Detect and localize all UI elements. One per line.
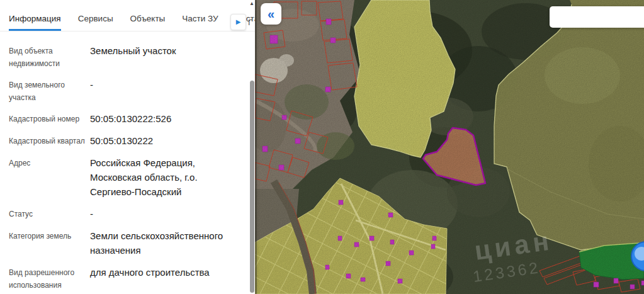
field-value: Российская Федерация, Московская область… [90,155,239,199]
panel-tabs: Информация Сервисы Объекты Части ЗУ Сост… [0,0,255,31]
field-row-permitted-use: Вид разрешенного использования для дачно… [9,265,239,291]
field-label: Адрес [9,155,86,169]
tab-services[interactable]: Сервисы [78,14,113,31]
field-label: Вид объекта недвижимости [9,43,86,70]
field-value: - [90,206,239,221]
field-row-address: Адрес Российская Федерация, Московская о… [9,155,239,199]
field-row-cadastral-number: Кадастровый номер 50:05:0130222:526 [9,111,239,126]
field-label: Кадастровый номер [9,111,86,125]
search-bar[interactable] [550,6,644,28]
map-canvas[interactable]: циан 123362 « [255,0,644,294]
field-value: - [90,77,239,92]
map-left-seam [255,0,257,294]
scrollbar-thumb[interactable] [250,81,254,293]
cadastral-map-app: циан 123362 « Информация Сервисы Объекты… [0,0,644,294]
tab-parcel-parts[interactable]: Части ЗУ [182,14,218,31]
field-label: Вид земельного участка [9,77,86,104]
field-list: Вид объекта недвижимости Земельный участ… [0,31,255,294]
field-row-parcel-kind: Вид земельного участка - [9,77,239,104]
object-info-panel: Информация Сервисы Объекты Части ЗУ Сост… [0,0,255,294]
field-row-land-category: Категория земель Земли сельскохозяйствен… [9,229,239,257]
field-value: Земли сельскохозяйственного назначения [90,229,239,257]
panel-scrollbar[interactable]: ▲ [249,0,255,294]
field-row-object-kind: Вид объекта недвижимости Земельный участ… [9,43,239,70]
field-value: 50:05:0130222 [90,133,239,148]
noise-overlay [255,0,644,294]
field-label: Статус [9,206,86,220]
field-value: 50:05:0130222:526 [90,111,239,126]
satellite-map: циан 123362 [255,0,644,294]
collapse-panel-button[interactable]: « [261,3,281,25]
field-row-status: Статус - [9,206,239,221]
tab-information[interactable]: Информация [9,14,61,31]
field-row-cadastral-quarter: Кадастровый квартал 50:05:0130222 [9,133,239,148]
field-label: Кадастровый квартал [9,133,86,147]
field-value: для дачного строительства [90,265,239,280]
field-value: Земельный участок [90,43,239,58]
next-tabs-button[interactable]: ▶ [230,14,246,30]
field-label: Вид разрешенного использования [9,265,86,291]
field-label: Категория земель [9,229,86,242]
tab-objects[interactable]: Объекты [130,14,166,31]
scroll-up-icon[interactable]: ▲ [249,1,255,6]
